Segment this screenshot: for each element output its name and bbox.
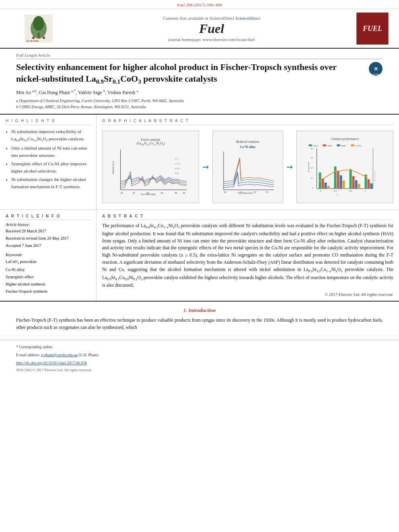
ga-panel-1-title: Fresh catalysts(La0.9Sr0.1Co1-xNixO3) bbox=[137, 138, 165, 146]
svg-rect-55 bbox=[367, 179, 370, 189]
science-direct-text: Contents lists available at ScienceDirec… bbox=[71, 16, 352, 21]
email-link[interactable]: g.pham@curtin.edu.au bbox=[41, 353, 78, 357]
highlight-item: Only a limited amount of Ni ions can ent… bbox=[11, 145, 90, 159]
highlight-item: Ni substitution improves reducibility of… bbox=[11, 128, 90, 143]
graphical-abstract-heading: G R A P H I C A L A B S T R A C T bbox=[102, 119, 393, 125]
svg-rect-47 bbox=[337, 171, 339, 189]
ga-panel-3: Catalyst performance C₁OH C₂OH C₃OH C₄+O… bbox=[296, 131, 393, 203]
issn-line: 0016-2361/© 2017 Elsevier Ltd. All right… bbox=[16, 368, 383, 372]
article-title-text: Selectivity enhancement for higher alcoh… bbox=[16, 62, 364, 86]
svg-text:Two-Theta (deg): Two-Theta (deg) bbox=[238, 192, 253, 194]
svg-text:ELSEVIER: ELSEVIER bbox=[27, 40, 39, 42]
doi-link[interactable]: http://dx.doi.org/10.1016/j.fuel.2017.06… bbox=[16, 361, 87, 365]
corresponding-author-note: * Corresponding author. bbox=[16, 344, 383, 350]
svg-rect-37 bbox=[351, 144, 354, 146]
svg-text:C₂OH: C₂OH bbox=[327, 145, 332, 147]
introduction-text: Fischer-Tropsch (F-T) synthesis has been… bbox=[16, 317, 383, 331]
xrd-chart-reduced: 50 51 52 53 Two-Theta (deg) bbox=[213, 150, 283, 194]
arrow-1: ➞ bbox=[202, 162, 209, 172]
svg-rect-49 bbox=[342, 181, 345, 189]
elsevier-branding: ELSEVIER bbox=[6, 14, 71, 43]
journal-header: ELSEVIER Contents lists available at Sci… bbox=[0, 9, 399, 49]
svg-rect-51 bbox=[352, 176, 354, 189]
svg-text:60: 60 bbox=[161, 192, 163, 194]
svg-text:50: 50 bbox=[224, 191, 226, 193]
abstract-paragraph: The performance of La0.9Sr0.1Co1−xNixO3 … bbox=[102, 222, 393, 289]
affiliations: a Department of Chemical Engineering, Cu… bbox=[16, 98, 383, 110]
svg-text:53: 53 bbox=[266, 191, 268, 193]
affiliation-1: a Department of Chemical Engineering, Cu… bbox=[16, 98, 383, 104]
svg-rect-52 bbox=[355, 180, 357, 189]
svg-text:x=0.1: x=0.1 bbox=[175, 167, 181, 170]
svg-text:90: 90 bbox=[183, 192, 185, 194]
highlights-abstract-section: H I G H L I G H T S Ni substitution impr… bbox=[0, 115, 399, 210]
svg-point-60 bbox=[365, 176, 367, 178]
highlight-item: Synergistic effect of Co-Ni alloy improv… bbox=[11, 160, 90, 175]
svg-text:C₄+OH: C₄+OH bbox=[355, 145, 361, 147]
svg-text:20: 20 bbox=[121, 192, 123, 194]
page: Fuel 206 (2017) 390–400 ELSEVIER bbox=[0, 0, 399, 375]
performance-chart: C₁OH C₂OH C₃OH C₄+OH bbox=[297, 142, 393, 197]
keyword-5: Fischer-Tropsch synthesis bbox=[6, 288, 90, 295]
article-header: Full Length Article Selectivity enhancem… bbox=[0, 49, 399, 115]
svg-rect-35 bbox=[337, 144, 340, 146]
svg-text:10: 10 bbox=[311, 177, 313, 179]
keyword-3: Synergistic effect bbox=[6, 273, 90, 281]
science-direct-link[interactable]: ScienceDirect bbox=[235, 16, 260, 21]
email-note: E-mail address: g.pham@curtin.edu.au (G.… bbox=[16, 352, 383, 358]
svg-text:Two-Theta (deg): Two-Theta (deg) bbox=[141, 193, 156, 196]
svg-text:0.1: 0.1 bbox=[334, 190, 337, 192]
svg-rect-31 bbox=[309, 144, 312, 146]
footer: * Corresponding author. E-mail address: … bbox=[0, 340, 399, 376]
svg-text:30: 30 bbox=[133, 192, 135, 194]
keywords-label: Keywords: bbox=[6, 253, 90, 257]
graphical-abstract-panels: Fresh catalysts(La0.9Sr0.1Co1-xNixO3) 20… bbox=[102, 128, 393, 205]
svg-text:Intensity (a.u.): Intensity (a.u.) bbox=[112, 161, 115, 174]
svg-text:x=0.5: x=0.5 bbox=[175, 162, 181, 165]
svg-rect-48 bbox=[339, 175, 342, 189]
svg-text:x: x bbox=[337, 193, 338, 196]
highlights-heading: H I G H L I G H T S bbox=[6, 119, 90, 125]
graphical-abstract-column: G R A P H I C A L A B S T R A C T Fresh … bbox=[97, 115, 399, 210]
keyword-1: LaCoO3 perovskite bbox=[6, 258, 90, 266]
abstract-column: A B S T R A C T The performance of La0.9… bbox=[97, 210, 399, 301]
svg-text:20: 20 bbox=[311, 167, 313, 169]
svg-rect-45 bbox=[327, 186, 329, 189]
svg-text:Alcohol STY: Alcohol STY bbox=[307, 162, 309, 173]
svg-point-3 bbox=[33, 16, 44, 31]
article-info-column: A R T I C L E I N F O Article history: R… bbox=[0, 210, 97, 301]
arrow-2: ➞ bbox=[286, 162, 293, 172]
svg-rect-43 bbox=[321, 179, 324, 189]
introduction-section: 1. Introduction Fischer-Tropsch (F-T) sy… bbox=[0, 302, 399, 336]
elsevier-tree-icon: ELSEVIER bbox=[25, 14, 53, 43]
introduction-heading: 1. Introduction bbox=[16, 307, 383, 314]
svg-text:0: 0 bbox=[320, 190, 321, 192]
svg-point-58 bbox=[334, 170, 336, 173]
highlights-list: Ni substitution improves reducibility of… bbox=[6, 128, 90, 191]
svg-text:1: 1 bbox=[364, 190, 366, 192]
svg-text:30: 30 bbox=[311, 157, 313, 159]
affiliation-2: b CSIRO Energy, ARRC, 26 Dick Perry Aven… bbox=[16, 104, 383, 110]
revised-date: Received in revised form 26 May 2017 bbox=[6, 235, 90, 242]
article-info-heading: A R T I C L E I N F O bbox=[6, 214, 90, 220]
ga-panel-2-title: Reduced catalysts bbox=[236, 140, 259, 144]
svg-point-5 bbox=[43, 37, 45, 39]
svg-text:C₃OH: C₃OH bbox=[341, 145, 346, 147]
svg-rect-33 bbox=[323, 144, 326, 146]
article-title-block: Selectivity enhancement for higher alcoh… bbox=[16, 62, 383, 86]
keyword-2: Co-Ni alloy bbox=[6, 266, 90, 273]
abstract-text: The performance of La0.9Sr0.1Co1−xNixO3 … bbox=[102, 222, 393, 289]
elsevier-logo: ELSEVIER bbox=[25, 14, 53, 43]
received-date: Received 29 March 2017 bbox=[6, 228, 90, 235]
svg-text:CO conv. rate: CO conv. rate bbox=[374, 170, 376, 182]
journal-title: Fuel bbox=[71, 21, 352, 36]
ga-panel-1: Fresh catalysts(La0.9Sr0.1Co1-xNixO3) 20… bbox=[102, 131, 199, 203]
svg-text:x=1: x=1 bbox=[175, 158, 179, 160]
keyword-4: Higher alcohol synthesis bbox=[6, 281, 90, 288]
highlight-item: Ni substitution changes the higher alcoh… bbox=[11, 176, 90, 190]
journal-homepage: journal homepage: www.elsevier.com/locat… bbox=[71, 37, 352, 42]
article-history-label: Article history: bbox=[6, 222, 90, 227]
svg-rect-53 bbox=[358, 184, 360, 189]
citation-text: Fuel 206 (2017) 390–400 bbox=[177, 2, 222, 7]
svg-rect-44 bbox=[324, 183, 327, 189]
